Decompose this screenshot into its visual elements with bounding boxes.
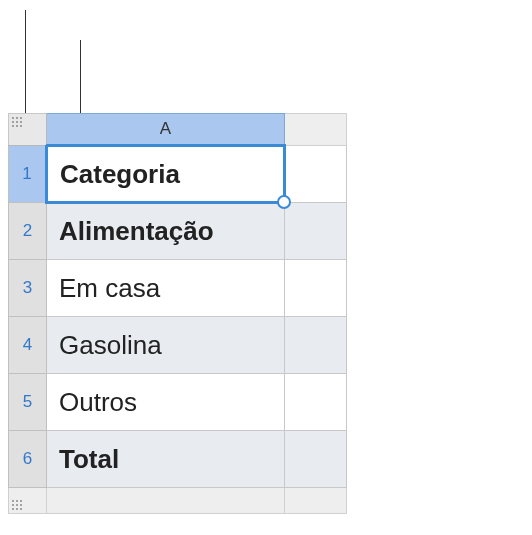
column-header-empty[interactable]	[285, 114, 347, 146]
add-row-corner[interactable]	[9, 488, 47, 514]
table-row: 2 Alimentação	[9, 203, 347, 260]
cell-b3[interactable]	[285, 260, 347, 317]
row-header-6[interactable]: 6	[9, 431, 47, 488]
column-header-a[interactable]: A	[47, 114, 285, 146]
footer-row	[9, 488, 347, 514]
table-row: 6 Total	[9, 431, 347, 488]
row-header-5[interactable]: 5	[9, 374, 47, 431]
grip-dots-icon	[12, 500, 22, 510]
cell-a6[interactable]: Total	[47, 431, 285, 488]
row-header-2[interactable]: 2	[9, 203, 47, 260]
callout-line-corner	[25, 10, 26, 113]
cell-a1[interactable]: Categoria	[47, 146, 285, 203]
table-row: 5 Outros	[9, 374, 347, 431]
cell-a3[interactable]: Em casa	[47, 260, 285, 317]
cell-text: Outros	[59, 387, 137, 417]
cell-b1[interactable]	[285, 146, 347, 203]
footer-cell	[285, 488, 347, 514]
cell-b5[interactable]	[285, 374, 347, 431]
cell-b2[interactable]	[285, 203, 347, 260]
row-header-3[interactable]: 3	[9, 260, 47, 317]
cell-text: Categoria	[60, 159, 180, 189]
table-row: 3 Em casa	[9, 260, 347, 317]
callout-line-column	[80, 40, 81, 113]
cell-b6[interactable]	[285, 431, 347, 488]
cell-a5[interactable]: Outros	[47, 374, 285, 431]
grip-dots-icon	[12, 117, 22, 127]
cell-a4[interactable]: Gasolina	[47, 317, 285, 374]
selection-handle[interactable]	[277, 195, 291, 209]
column-header-row: A	[9, 114, 347, 146]
cell-a2[interactable]: Alimentação	[47, 203, 285, 260]
cell-text: Gasolina	[59, 330, 162, 360]
footer-cell	[47, 488, 285, 514]
row-header-1[interactable]: 1	[9, 146, 47, 203]
table-row: 1 Categoria	[9, 146, 347, 203]
spreadsheet-table: A 1 Categoria 2 Alimentação 3 Em casa 4 …	[8, 113, 347, 514]
cell-text: Alimentação	[59, 216, 214, 246]
cell-text: Total	[59, 444, 119, 474]
row-header-4[interactable]: 4	[9, 317, 47, 374]
cell-b4[interactable]	[285, 317, 347, 374]
select-all-corner[interactable]	[9, 114, 47, 146]
cell-text: Em casa	[59, 273, 160, 303]
table-row: 4 Gasolina	[9, 317, 347, 374]
